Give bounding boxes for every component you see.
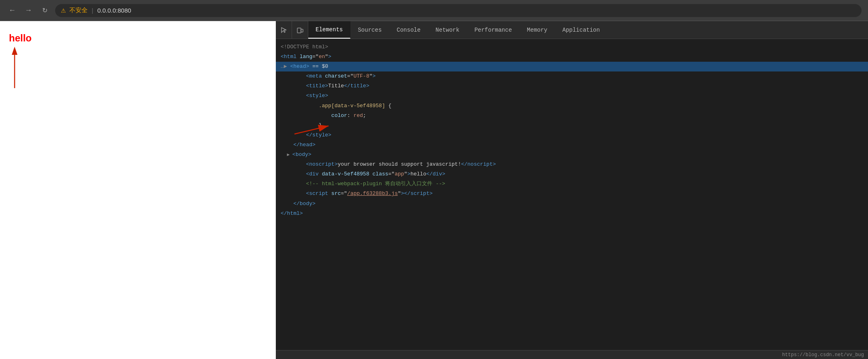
svg-rect-3 [301, 29, 303, 32]
main-layout: hello Elements [0, 21, 868, 359]
tab-memory[interactable]: Memory [520, 21, 555, 39]
dom-line-property: color: red; [276, 111, 868, 121]
devtools-toolbar: Elements Sources Console Network Perform… [276, 21, 868, 39]
tab-performance[interactable]: Performance [467, 21, 520, 39]
status-bar: https://blog.csdn.net/vv_bug [276, 350, 868, 359]
dom-line-title: <title>Title</title> [276, 81, 868, 91]
tab-application[interactable]: Application [555, 21, 608, 39]
dom-line-script: <script src="/app.f63288b3.js"></script> [276, 189, 868, 199]
dom-line-comment: <!-- html-webpack-plugin 将自动引入入口文件 --> [276, 179, 868, 189]
dom-line-body-close: </body> [276, 199, 868, 209]
dom-line-style-close: </style> [276, 130, 868, 140]
address-bar[interactable]: ⚠ 不安全 | 0.0.0.0:8080 [55, 4, 862, 17]
tab-network[interactable]: Network [428, 21, 467, 39]
svg-marker-1 [12, 47, 17, 55]
separator: | [92, 7, 93, 14]
dom-line-div: <div data-v-5ef48958 class="app">hello</… [276, 169, 868, 179]
browser-chrome: ← → ↻ ⚠ 不安全 | 0.0.0.0:8080 [0, 0, 868, 21]
status-url: https://blog.csdn.net/vv_bug [782, 352, 864, 358]
dom-line-brace: } [276, 121, 868, 130]
devtools-panel: Elements Sources Console Network Perform… [276, 21, 868, 359]
dom-line-selector: .app[data-v-5ef48958] { [276, 101, 868, 111]
webpage-area: hello [0, 21, 276, 359]
dom-line-noscript: <noscript>your browser should support ja… [276, 160, 868, 169]
tab-sources[interactable]: Sources [350, 21, 389, 39]
address-text: 0.0.0.0:8080 [97, 7, 131, 14]
tab-elements[interactable]: Elements [308, 21, 350, 39]
dom-content[interactable]: <!DOCTYPE html> <html lang="en"> …▶ <hea… [276, 39, 868, 350]
reload-button[interactable]: ↻ [39, 5, 50, 16]
dom-line-head[interactable]: …▶ <head> == $0 [276, 62, 868, 71]
inspect-element-button[interactable] [276, 21, 292, 39]
hello-text: hello [9, 32, 32, 44]
warning-icon: ⚠ [61, 7, 66, 14]
dom-line-meta: <meta charset="UTF-8"> [276, 71, 868, 81]
tab-console[interactable]: Console [389, 21, 428, 39]
dom-line-head-close: </head> [276, 140, 868, 150]
dom-line-style-open: <style> [276, 91, 868, 101]
device-toolbar-button[interactable] [292, 21, 308, 39]
dom-line-doctype: <!DOCTYPE html> [276, 42, 868, 52]
back-button[interactable]: ← [6, 5, 18, 16]
dom-line-body-open: ▶ <body> [276, 150, 868, 160]
dom-line-html: <html lang="en"> [276, 52, 868, 62]
insecure-label: 不安全 [69, 6, 88, 14]
svg-rect-2 [297, 28, 301, 33]
devtools-tabs: Elements Sources Console Network Perform… [308, 21, 608, 39]
forward-button[interactable]: → [23, 5, 34, 16]
dom-line-html-close: </html> [276, 209, 868, 218]
